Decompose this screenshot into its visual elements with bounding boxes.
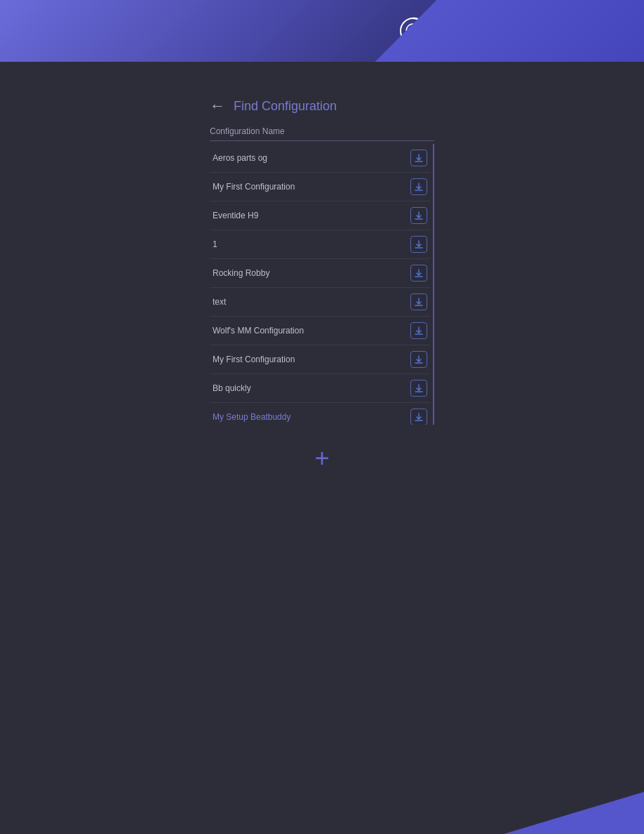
download-button[interactable] — [410, 150, 427, 166]
download-button[interactable] — [410, 322, 427, 339]
back-button[interactable]: ← — [210, 97, 225, 115]
header: SINGULAR SOUND — [0, 0, 644, 62]
add-button[interactable]: + — [210, 446, 434, 471]
download-button[interactable] — [410, 409, 427, 425]
download-button[interactable] — [410, 293, 427, 310]
column-header: Configuration Name — [210, 126, 434, 141]
list-item[interactable]: My Setup Beatbuddy — [210, 403, 430, 425]
config-name: Eventide H9 — [213, 211, 410, 220]
config-name: My First Configuration — [213, 182, 410, 192]
download-button[interactable] — [410, 236, 427, 253]
download-button[interactable] — [410, 380, 427, 397]
config-name: Rocking Robby — [213, 268, 410, 278]
main-content: ← Find Configuration Configuration Name … — [0, 62, 644, 834]
list-item[interactable]: text — [210, 288, 430, 317]
config-name: 1 — [213, 239, 410, 249]
list-item[interactable]: My First Configuration — [210, 173, 430, 201]
list-item[interactable]: Aeros parts og — [210, 144, 430, 173]
config-list[interactable]: Aeros parts og My First Configuration Ev… — [210, 144, 434, 425]
config-name: Bb quickly — [213, 383, 410, 393]
download-button[interactable] — [410, 178, 427, 195]
config-name: Aeros parts og — [213, 153, 410, 163]
download-button[interactable] — [410, 265, 427, 282]
download-button[interactable] — [410, 351, 427, 368]
panel-header: ← Find Configuration — [210, 97, 434, 115]
config-name: My Setup Beatbuddy — [213, 412, 410, 422]
config-name: text — [213, 297, 410, 307]
list-item[interactable]: My First Configuration — [210, 345, 430, 374]
config-name: My First Configuration — [213, 355, 410, 364]
list-item[interactable]: Eventide H9 — [210, 201, 430, 230]
header-diagonal — [321, 0, 644, 62]
list-item[interactable]: 1 — [210, 230, 430, 259]
config-name: Wolf's MM Configuration — [213, 326, 410, 336]
download-button[interactable] — [410, 207, 427, 224]
panel-title: Find Configuration — [234, 99, 337, 114]
list-item[interactable]: Wolf's MM Configuration — [210, 317, 430, 345]
list-item[interactable]: Bb quickly — [210, 374, 430, 403]
add-icon: + — [314, 446, 329, 471]
panel: ← Find Configuration Configuration Name … — [210, 97, 434, 471]
list-item[interactable]: Rocking Robby — [210, 259, 430, 288]
